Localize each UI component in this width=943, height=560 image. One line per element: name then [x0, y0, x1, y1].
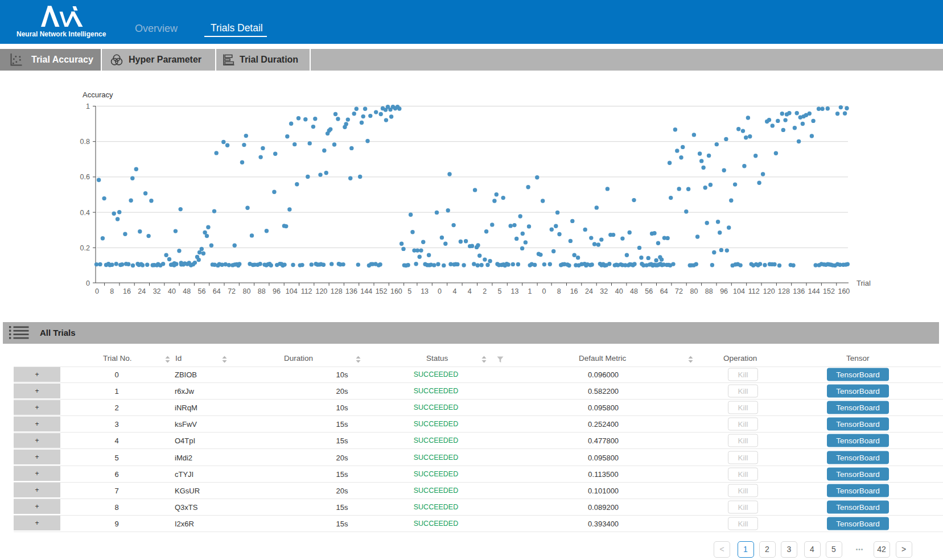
svg-text:16: 16	[570, 287, 578, 295]
svg-text:160: 160	[838, 287, 850, 295]
svg-text:104: 104	[733, 287, 745, 295]
svg-text:0.4: 0.4	[80, 209, 90, 217]
svg-text:104: 104	[286, 287, 298, 295]
svg-text:8: 8	[110, 287, 114, 295]
svg-text:0: 0	[438, 287, 442, 295]
svg-text:56: 56	[645, 287, 653, 295]
svg-text:32: 32	[600, 287, 608, 295]
svg-text:144: 144	[360, 287, 372, 295]
svg-text:1: 1	[528, 287, 532, 295]
svg-text:40: 40	[168, 287, 176, 295]
svg-text:112: 112	[301, 287, 312, 295]
svg-text:40: 40	[615, 287, 623, 295]
svg-text:136: 136	[793, 287, 805, 295]
svg-text:80: 80	[242, 287, 250, 295]
svg-text:16: 16	[123, 287, 131, 295]
svg-text:48: 48	[183, 287, 191, 295]
svg-text:0.8: 0.8	[80, 138, 90, 146]
svg-text:0: 0	[86, 279, 90, 287]
svg-text:120: 120	[763, 287, 775, 295]
svg-text:160: 160	[390, 287, 402, 295]
svg-text:4: 4	[452, 287, 456, 295]
svg-text:56: 56	[198, 287, 206, 295]
svg-text:2: 2	[483, 287, 487, 295]
svg-text:144: 144	[808, 287, 820, 295]
svg-text:80: 80	[690, 287, 698, 295]
svg-text:0: 0	[95, 287, 99, 295]
svg-text:88: 88	[258, 287, 266, 295]
svg-text:88: 88	[705, 287, 713, 295]
svg-text:5: 5	[407, 287, 411, 295]
svg-text:64: 64	[660, 287, 668, 295]
svg-text:13: 13	[511, 287, 519, 295]
svg-text:128: 128	[778, 287, 790, 295]
svg-text:4: 4	[468, 287, 472, 295]
svg-text:0: 0	[542, 287, 546, 295]
svg-text:13: 13	[421, 287, 429, 295]
svg-text:24: 24	[138, 287, 146, 295]
svg-text:1: 1	[86, 102, 90, 110]
svg-text:120: 120	[315, 287, 327, 295]
svg-text:72: 72	[228, 287, 236, 295]
svg-text:Accuracy: Accuracy	[83, 90, 113, 99]
svg-text:112: 112	[748, 287, 760, 295]
svg-text:72: 72	[675, 287, 683, 295]
svg-text:0.6: 0.6	[80, 173, 90, 181]
svg-text:48: 48	[630, 287, 638, 295]
svg-text:8: 8	[557, 287, 561, 295]
svg-text:64: 64	[213, 287, 221, 295]
svg-text:24: 24	[585, 287, 593, 295]
svg-text:128: 128	[331, 287, 343, 295]
svg-text:96: 96	[720, 287, 728, 295]
svg-text:152: 152	[376, 287, 388, 295]
svg-text:Trial: Trial	[856, 279, 871, 287]
svg-text:152: 152	[823, 287, 835, 295]
svg-text:96: 96	[273, 287, 281, 295]
svg-text:136: 136	[345, 287, 357, 295]
svg-text:32: 32	[153, 287, 161, 295]
svg-text:0.2: 0.2	[80, 244, 90, 252]
svg-text:5: 5	[498, 287, 502, 295]
